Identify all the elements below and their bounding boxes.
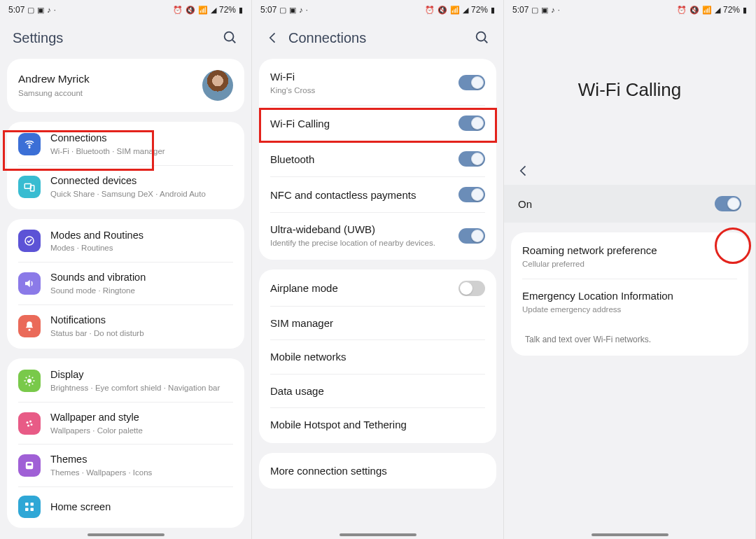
profile-name: Andrew Myrick — [18, 72, 192, 86]
conn-item-bluetooth[interactable]: Bluetooth — [259, 141, 496, 176]
alarm-icon: ⏰ — [173, 6, 183, 14]
connections-header: Connections — [252, 20, 503, 59]
wifi-icon — [18, 133, 41, 155]
settings-item-connected-devices[interactable]: Connected devices Quick Share · Samsung … — [7, 166, 244, 208]
alarm-icon: ⏰ — [425, 6, 435, 14]
svg-point-26 — [477, 32, 486, 41]
nav-pill[interactable] — [340, 533, 416, 536]
wifi-toggle[interactable] — [458, 75, 485, 90]
notif-screenshot-icon: ▣ — [37, 6, 44, 14]
status-bar: 5:07 ▢ ▣ ♪ · ⏰ 🔇 📶 ◢ 72% ▮ — [504, 0, 755, 20]
clock: 5:07 — [260, 5, 276, 15]
conn-item-nfc[interactable]: NFC and contactless payments — [259, 177, 496, 212]
panel-wificalling: 5:07 ▢ ▣ ♪ · ⏰ 🔇 📶 ◢ 72% ▮ Wi-Fi Calling… — [504, 0, 756, 539]
conn-item-more[interactable]: More connection settings — [259, 454, 496, 488]
connections-group-1: Wi-Fi King's Cross Wi-Fi Calling Bluetoo… — [259, 59, 496, 260]
svg-line-15 — [32, 377, 34, 379]
svg-line-12 — [26, 377, 27, 379]
clock: 5:07 — [8, 5, 24, 15]
item-sub: Update emergency address — [522, 304, 737, 315]
panel-settings: 5:07 ▢ ▣ ♪ · ⏰ 🔇 📶 ◢ 72% ▮ Settings Andr… — [0, 0, 252, 539]
display-card: Display Brightness · Eye comfort shield … — [7, 358, 244, 528]
settings-item-themes[interactable]: Themes Themes · Wallpapers · Icons — [7, 444, 244, 486]
settings-header: Settings — [0, 20, 251, 59]
settings-item-connections[interactable]: Connections Wi-Fi · Bluetooth · SIM mana… — [7, 123, 244, 165]
conn-item-mobile[interactable]: Mobile networks — [259, 340, 496, 374]
conn-item-hotspot[interactable]: Mobile Hotspot and Tethering — [259, 408, 496, 442]
item-sub: Status bar · Do not disturb — [50, 328, 233, 339]
nav-pill[interactable] — [88, 533, 164, 536]
clock: 5:07 — [512, 5, 528, 15]
item-sub: Sound mode · Ringtone — [50, 286, 233, 296]
svg-line-14 — [26, 384, 27, 385]
mute-icon: 🔇 — [690, 6, 699, 14]
item-sub: King's Cross — [270, 85, 449, 96]
conn-item-data[interactable]: Data usage — [259, 374, 496, 408]
grid-icon — [18, 496, 41, 518]
svg-rect-23 — [31, 503, 34, 506]
devices-icon — [18, 176, 41, 198]
airplane-toggle[interactable] — [458, 281, 485, 296]
master-toggle-row[interactable]: On — [504, 185, 755, 223]
item-roaming-pref[interactable]: Roaming network preference Cellular pref… — [511, 234, 748, 279]
title-area: Wi-Fi Calling — [504, 20, 755, 160]
profile-card[interactable]: Andrew Myrick Samsung account — [7, 59, 244, 112]
nav-pill[interactable] — [592, 533, 668, 536]
item-label: Emergency Location Information — [522, 289, 737, 303]
item-label: Connected devices — [50, 174, 233, 188]
hint-text: Talk and text over Wi-Fi networks. — [511, 325, 748, 354]
wificalling-master-toggle[interactable] — [715, 196, 741, 211]
battery-percent: 72% — [219, 5, 236, 15]
svg-rect-24 — [25, 508, 29, 512]
item-label: Wi-Fi — [270, 70, 449, 84]
conn-item-airplane[interactable]: Airplane mode — [259, 271, 496, 306]
settings-item-homescreen[interactable]: Home screen — [7, 487, 244, 526]
svg-point-5 — [25, 237, 34, 245]
palette-icon — [18, 412, 41, 435]
item-label: Ultra-wideband (UWB) — [270, 223, 449, 237]
sun-icon — [18, 370, 41, 392]
svg-point-0 — [225, 32, 234, 41]
nfc-toggle[interactable] — [458, 187, 485, 202]
svg-rect-21 — [27, 463, 31, 465]
item-label: Modes and Routines — [50, 229, 233, 242]
conn-item-wifi[interactable]: Wi-Fi King's Cross — [259, 60, 496, 105]
page-title: Wi-Fi Calling — [578, 79, 681, 101]
back-button[interactable] — [265, 29, 281, 46]
alarm-icon: ⏰ — [677, 6, 687, 14]
item-label: Wi-Fi Calling — [270, 117, 449, 131]
item-label: Roaming network preference — [522, 244, 737, 258]
uwb-toggle[interactable] — [458, 228, 485, 244]
connections-card: Connections Wi-Fi · Bluetooth · SIM mana… — [7, 122, 244, 209]
notif-screenshot-icon: ▣ — [289, 6, 296, 14]
item-emergency-location[interactable]: Emergency Location Information Update em… — [511, 279, 748, 324]
svg-point-17 — [29, 420, 31, 422]
avatar[interactable] — [202, 70, 233, 101]
svg-point-16 — [27, 421, 29, 424]
wifi-status-icon: 📶 — [450, 6, 460, 14]
settings-item-notifications[interactable]: Notifications Status bar · Do not distur… — [7, 305, 244, 347]
wificalling-toggle[interactable] — [458, 115, 485, 131]
conn-item-wificalling[interactable]: Wi-Fi Calling — [259, 106, 496, 141]
item-label: Themes — [50, 453, 233, 466]
page-title: Connections — [288, 30, 474, 46]
settings-item-wallpaper[interactable]: Wallpaper and style Wallpapers · Color p… — [7, 402, 244, 444]
search-button[interactable] — [474, 29, 491, 46]
search-button[interactable] — [222, 29, 239, 46]
item-label: Sounds and vibration — [50, 271, 233, 284]
svg-line-1 — [232, 40, 235, 43]
battery-icon: ▮ — [743, 6, 747, 14]
settings-item-display[interactable]: Display Brightness · Eye comfort shield … — [7, 360, 244, 402]
conn-item-sim[interactable]: SIM manager — [259, 307, 496, 340]
settings-item-sounds[interactable]: Sounds and vibration Sound mode · Ringto… — [7, 262, 244, 304]
notif-more-icon: · — [306, 6, 308, 14]
bluetooth-toggle[interactable] — [458, 151, 485, 167]
item-sub: Wallpapers · Color palette — [50, 426, 233, 436]
back-button[interactable] — [504, 160, 755, 185]
item-sub: Identify the precise location of nearby … — [270, 238, 449, 248]
item-label: SIM manager — [270, 316, 485, 330]
conn-item-uwb[interactable]: Ultra-wideband (UWB) Identify the precis… — [259, 213, 496, 258]
notif-photo-icon: ▢ — [27, 6, 34, 14]
settings-item-modes[interactable]: Modes and Routines Modes · Routines — [7, 220, 244, 262]
signal-icon: ◢ — [463, 6, 468, 14]
